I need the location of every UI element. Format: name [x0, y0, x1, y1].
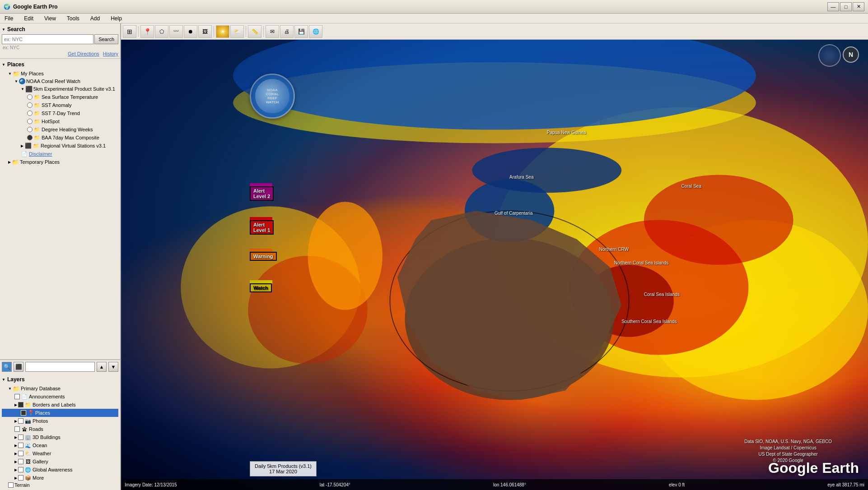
regional-icon: ⬛	[24, 142, 32, 149]
path-btn[interactable]: 〰	[169, 25, 183, 38]
places-check[interactable]	[21, 410, 26, 416]
email-btn[interactable]: ✉	[266, 25, 279, 38]
layer-3d-buildings[interactable]: ▶ 🏢 3D Buildings	[2, 433, 118, 441]
grid-btn[interactable]: ⊞	[123, 25, 136, 38]
menu-view[interactable]: View	[42, 14, 59, 23]
print-btn[interactable]: 🖨	[280, 25, 294, 38]
history-link[interactable]: History	[103, 51, 118, 56]
global-check[interactable]	[18, 467, 23, 472]
layers-triangle: ▼	[2, 378, 5, 382]
sst-anomaly-radio[interactable]	[27, 102, 33, 108]
search-section: ▼ Search Search ex: NYC Get Directions H…	[0, 23, 120, 59]
tour-btn[interactable]: ⏺	[184, 25, 197, 38]
layers-header[interactable]: ▼ Layers	[2, 375, 118, 384]
tb-sep3	[246, 26, 246, 37]
nav-up-btn[interactable]: ▲	[97, 362, 107, 372]
folder-input[interactable]	[25, 362, 95, 372]
menu-file[interactable]: File	[2, 14, 16, 23]
save-btn[interactable]: 💾	[294, 25, 308, 38]
terrain-check[interactable]	[8, 482, 14, 488]
disclaimer-label[interactable]: Disclaimer	[29, 151, 52, 157]
layer-photos[interactable]: ▶ 📷 Photos	[2, 417, 118, 425]
layer-more[interactable]: ▶ 📦 More	[2, 474, 118, 482]
search-button[interactable]: Search	[94, 34, 118, 44]
polygon-btn[interactable]: ⬠	[155, 25, 168, 38]
image-btn[interactable]: 🖼	[198, 25, 212, 38]
ge-label: Google Earth	[768, 460, 859, 476]
layers-icon-btn[interactable]: ⬛	[14, 362, 23, 372]
placemark-btn[interactable]: 📍	[140, 25, 154, 38]
ruler-btn[interactable]: 📏	[248, 25, 261, 38]
title-bar-controls[interactable]: — □ ✕	[827, 2, 864, 11]
places-item-regional[interactable]: ▶ ⬛ 📁 Regional Virtual Stations v3.1	[2, 142, 118, 150]
more-check[interactable]	[18, 475, 23, 481]
places-item-sst-trend[interactable]: 📁 SST 7-Day Trend	[2, 109, 118, 117]
close-button[interactable]: ✕	[853, 2, 864, 11]
map-area[interactable]: NOAACORALREEFWATCH AlertLevel 2 AlertLev…	[121, 40, 868, 490]
layer-borders[interactable]: ▶ 📁 Borders and Labels	[2, 401, 118, 409]
layer-gallery[interactable]: ▶ 🖼 Gallery	[2, 458, 118, 466]
layer-ocean[interactable]: ▶ 🌊 Ocean	[2, 441, 118, 449]
photos-check[interactable]	[18, 418, 23, 424]
sst-radio[interactable]	[27, 94, 33, 100]
web-btn[interactable]: 🌐	[309, 25, 322, 38]
minimize-button[interactable]: —	[827, 2, 839, 11]
more-label: More	[33, 475, 44, 481]
search-input[interactable]	[2, 34, 93, 44]
announcements-check[interactable]	[14, 394, 20, 399]
menu-tools[interactable]: Tools	[64, 14, 82, 23]
places-item-temp[interactable]: ▶ 📁 Temporary Places	[2, 158, 118, 166]
global-icon: 🌐	[24, 466, 32, 473]
weather-check[interactable]	[18, 451, 23, 456]
places-item-baa[interactable]: 📁 BAA 7day Max Composite	[2, 134, 118, 142]
places-header[interactable]: ▼ Places	[2, 60, 118, 69]
my-places-label: My Places	[21, 71, 44, 76]
search-icon-btn[interactable]: 🔍	[2, 362, 12, 372]
search-header[interactable]: ▼ Search	[2, 25, 118, 34]
3d-buildings-label: 3D Buildings	[33, 435, 61, 440]
layer-primary-db[interactable]: ▼ 📁 Primary Database	[2, 384, 118, 393]
hotspot-folder-icon: 📁	[33, 118, 41, 125]
borders-check[interactable]	[18, 402, 23, 407]
sst-trend-radio[interactable]	[27, 111, 33, 116]
places-item-5km[interactable]: ▼ ⬛ 5km Experimental Product Suite v3.1	[2, 85, 118, 93]
layer-places[interactable]: 📍 Places	[2, 409, 118, 417]
roads-check[interactable]	[14, 426, 20, 432]
places-item-hotspot[interactable]: 📁 HotSpot	[2, 117, 118, 125]
imagery-date: Imagery Date: 12/13/2015	[125, 482, 177, 487]
places-item-sst-anomaly[interactable]: 📁 SST Anomaly	[2, 101, 118, 109]
buildings-icon: 🏢	[24, 434, 32, 441]
baa-folder-icon: 📁	[33, 134, 41, 141]
places-item-disclaimer[interactable]: 📄 Disclaimer	[2, 150, 118, 158]
sun-btn[interactable]: ☀	[216, 25, 229, 38]
gallery-check[interactable]	[18, 459, 23, 464]
layer-global-awareness[interactable]: ▶ 🌐 Global Awareness	[2, 466, 118, 474]
get-directions-link[interactable]: Get Directions	[68, 51, 99, 56]
menu-add[interactable]: Add	[88, 14, 103, 23]
temp-label: Temporary Places	[20, 159, 60, 165]
dhw-radio[interactable]	[27, 127, 33, 132]
menu-help[interactable]: Help	[108, 14, 125, 23]
layer-terrain[interactable]: Terrain	[2, 482, 118, 488]
menu-edit[interactable]: Edit	[21, 14, 36, 23]
left-panel: ▼ Search Search ex: NYC Get Directions H…	[0, 23, 121, 490]
places-item-sst[interactable]: 📁 Sea Surface Temperature	[2, 93, 118, 101]
places-triangle: ▼	[2, 63, 5, 67]
nav-down-btn[interactable]: ▼	[108, 362, 118, 372]
sky-btn[interactable]: ⛅	[230, 25, 244, 38]
3d-buildings-check[interactable]	[18, 435, 23, 440]
places-item-my-places[interactable]: ▼ 📁 My Places	[2, 69, 118, 78]
anomaly-folder-icon: 📁	[33, 102, 41, 109]
layer-roads[interactable]: 🛣 Roads	[2, 425, 118, 433]
maximize-button[interactable]: □	[840, 2, 852, 11]
layer-announcements[interactable]: 📄 Announcements	[2, 393, 118, 401]
alert-level2-box: AlertLevel 2	[250, 186, 274, 201]
hotspot-radio[interactable]	[27, 119, 33, 124]
layer-weather[interactable]: ▶ ⛅ Weather	[2, 449, 118, 458]
more-icon: 📦	[24, 474, 32, 481]
places-item-noaa[interactable]: ▼ 🌊 NOAA Coral Reef Watch	[2, 78, 118, 85]
baa-radio[interactable]	[27, 135, 33, 140]
search-row: Search	[2, 34, 118, 44]
places-item-dhw[interactable]: 📁 Degree Heating Weeks	[2, 125, 118, 134]
ocean-check[interactable]	[18, 443, 23, 448]
